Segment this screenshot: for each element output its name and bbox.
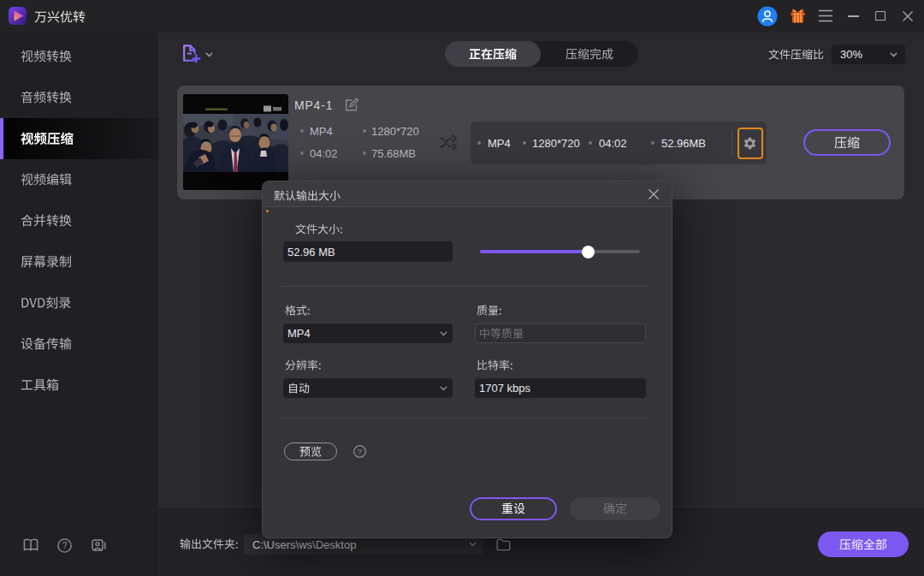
svg-text:?: ?	[358, 447, 362, 456]
svg-text:?: ?	[62, 541, 68, 550]
